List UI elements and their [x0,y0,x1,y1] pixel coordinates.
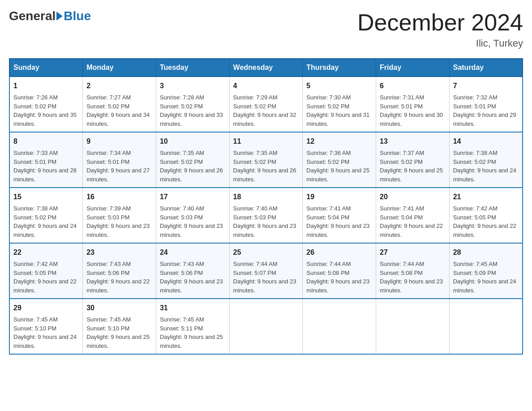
day-info: Sunrise: 7:43 AMSunset: 5:06 PMDaylight:… [160,260,226,295]
day-info: Sunrise: 7:45 AMSunset: 5:10 PMDaylight:… [13,315,79,350]
calendar-week-row: 29Sunrise: 7:45 AMSunset: 5:10 PMDayligh… [9,299,523,354]
day-number: 24 [160,247,226,258]
calendar-day-cell [303,299,376,354]
day-info: Sunrise: 7:38 AMSunset: 5:02 PMDaylight:… [453,149,519,184]
day-number: 17 [160,192,226,202]
calendar-day-cell [449,299,523,354]
weekday-header-saturday: Saturday [449,59,523,77]
day-number: 18 [233,192,299,202]
calendar-day-cell: 31Sunrise: 7:45 AMSunset: 5:11 PMDayligh… [156,299,229,354]
calendar-week-row: 1Sunrise: 7:26 AMSunset: 5:02 PMDaylight… [9,77,523,132]
calendar-day-cell: 24Sunrise: 7:43 AMSunset: 5:06 PMDayligh… [156,243,229,299]
calendar-day-cell: 25Sunrise: 7:44 AMSunset: 5:07 PMDayligh… [229,243,303,299]
day-number: 7 [453,81,519,91]
calendar-day-cell: 18Sunrise: 7:40 AMSunset: 5:03 PMDayligh… [229,188,303,243]
location-title: Ilic, Turkey [357,38,523,49]
day-number: 1 [13,81,79,91]
logo-general-text: General [9,9,56,23]
calendar-day-cell: 21Sunrise: 7:42 AMSunset: 5:05 PMDayligh… [449,188,523,243]
calendar-day-cell: 11Sunrise: 7:35 AMSunset: 5:02 PMDayligh… [229,132,303,188]
day-number: 30 [86,303,152,313]
day-info: Sunrise: 7:42 AMSunset: 5:05 PMDaylight:… [453,204,519,239]
calendar-day-cell: 30Sunrise: 7:45 AMSunset: 5:10 PMDayligh… [83,299,156,354]
calendar-day-cell: 28Sunrise: 7:45 AMSunset: 5:09 PMDayligh… [449,243,523,299]
day-info: Sunrise: 7:35 AMSunset: 5:02 PMDaylight:… [160,149,226,184]
day-info: Sunrise: 7:45 AMSunset: 5:09 PMDaylight:… [453,260,519,295]
calendar-day-cell: 17Sunrise: 7:40 AMSunset: 5:03 PMDayligh… [156,188,229,243]
day-info: Sunrise: 7:44 AMSunset: 5:08 PMDaylight:… [306,260,372,295]
day-number: 26 [306,247,372,258]
calendar-header-row: SundayMondayTuesdayWednesdayThursdayFrid… [9,59,523,77]
day-info: Sunrise: 7:26 AMSunset: 5:02 PMDaylight:… [13,93,79,128]
calendar-day-cell: 27Sunrise: 7:44 AMSunset: 5:08 PMDayligh… [376,243,450,299]
day-info: Sunrise: 7:29 AMSunset: 5:02 PMDaylight:… [233,93,299,128]
weekday-header-tuesday: Tuesday [156,59,229,77]
day-number: 10 [160,136,226,147]
day-info: Sunrise: 7:45 AMSunset: 5:10 PMDaylight:… [86,315,152,350]
calendar-day-cell: 29Sunrise: 7:45 AMSunset: 5:10 PMDayligh… [9,299,83,354]
calendar-table: SundayMondayTuesdayWednesdayThursdayFrid… [9,58,523,355]
calendar-day-cell: 12Sunrise: 7:36 AMSunset: 5:02 PMDayligh… [303,132,376,188]
calendar-day-cell [229,299,303,354]
day-number: 14 [453,136,519,147]
day-info: Sunrise: 7:27 AMSunset: 5:02 PMDaylight:… [86,93,152,128]
day-info: Sunrise: 7:45 AMSunset: 5:11 PMDaylight:… [160,315,226,350]
calendar-day-cell: 4Sunrise: 7:29 AMSunset: 5:02 PMDaylight… [229,77,303,132]
calendar-day-cell: 20Sunrise: 7:41 AMSunset: 5:04 PMDayligh… [376,188,450,243]
day-number: 9 [86,136,152,147]
day-info: Sunrise: 7:44 AMSunset: 5:08 PMDaylight:… [380,260,446,295]
day-number: 8 [13,136,79,147]
weekday-header-sunday: Sunday [9,59,83,77]
calendar-day-cell: 10Sunrise: 7:35 AMSunset: 5:02 PMDayligh… [156,132,229,188]
logo-blue-text: Blue [64,9,91,23]
calendar-day-cell [376,299,450,354]
day-number: 21 [453,192,519,202]
day-info: Sunrise: 7:40 AMSunset: 5:03 PMDaylight:… [233,204,299,239]
day-number: 2 [86,81,152,91]
page-header: General Blue December 2024 Ilic, Turkey [9,9,523,49]
day-number: 15 [13,192,79,202]
calendar-day-cell: 2Sunrise: 7:27 AMSunset: 5:02 PMDaylight… [83,77,156,132]
day-number: 3 [160,81,226,91]
calendar-day-cell: 3Sunrise: 7:28 AMSunset: 5:02 PMDaylight… [156,77,229,132]
day-number: 28 [453,247,519,258]
day-info: Sunrise: 7:31 AMSunset: 5:01 PMDaylight:… [380,93,446,128]
day-info: Sunrise: 7:30 AMSunset: 5:02 PMDaylight:… [306,93,372,128]
day-info: Sunrise: 7:37 AMSunset: 5:02 PMDaylight:… [380,149,446,184]
day-info: Sunrise: 7:39 AMSunset: 5:03 PMDaylight:… [86,204,152,239]
calendar-day-cell: 8Sunrise: 7:33 AMSunset: 5:01 PMDaylight… [9,132,83,188]
calendar-day-cell: 6Sunrise: 7:31 AMSunset: 5:01 PMDaylight… [376,77,450,132]
title-section: December 2024 Ilic, Turkey [357,9,523,49]
day-number: 22 [13,247,79,258]
calendar-week-row: 8Sunrise: 7:33 AMSunset: 5:01 PMDaylight… [9,132,523,188]
day-number: 5 [306,81,372,91]
day-info: Sunrise: 7:38 AMSunset: 5:02 PMDaylight:… [13,204,79,239]
day-info: Sunrise: 7:41 AMSunset: 5:04 PMDaylight:… [306,204,372,239]
calendar-day-cell: 16Sunrise: 7:39 AMSunset: 5:03 PMDayligh… [83,188,156,243]
day-info: Sunrise: 7:34 AMSunset: 5:01 PMDaylight:… [86,149,152,184]
day-info: Sunrise: 7:36 AMSunset: 5:02 PMDaylight:… [306,149,372,184]
day-info: Sunrise: 7:41 AMSunset: 5:04 PMDaylight:… [380,204,446,239]
weekday-header-thursday: Thursday [303,59,376,77]
weekday-header-monday: Monday [83,59,156,77]
calendar-day-cell: 15Sunrise: 7:38 AMSunset: 5:02 PMDayligh… [9,188,83,243]
weekday-header-friday: Friday [376,59,450,77]
day-number: 16 [86,192,152,202]
calendar-day-cell: 7Sunrise: 7:32 AMSunset: 5:01 PMDaylight… [449,77,523,132]
day-info: Sunrise: 7:44 AMSunset: 5:07 PMDaylight:… [233,260,299,295]
logo-arrow-icon [56,12,63,21]
calendar-day-cell: 14Sunrise: 7:38 AMSunset: 5:02 PMDayligh… [449,132,523,188]
calendar-week-row: 22Sunrise: 7:42 AMSunset: 5:05 PMDayligh… [9,243,523,299]
calendar-day-cell: 5Sunrise: 7:30 AMSunset: 5:02 PMDaylight… [303,77,376,132]
day-number: 23 [86,247,152,258]
calendar-day-cell: 19Sunrise: 7:41 AMSunset: 5:04 PMDayligh… [303,188,376,243]
weekday-header-wednesday: Wednesday [229,59,303,77]
day-info: Sunrise: 7:33 AMSunset: 5:01 PMDaylight:… [13,149,79,184]
day-info: Sunrise: 7:35 AMSunset: 5:02 PMDaylight:… [233,149,299,184]
day-info: Sunrise: 7:40 AMSunset: 5:03 PMDaylight:… [160,204,226,239]
calendar-day-cell: 9Sunrise: 7:34 AMSunset: 5:01 PMDaylight… [83,132,156,188]
day-number: 25 [233,247,299,258]
calendar-day-cell: 22Sunrise: 7:42 AMSunset: 5:05 PMDayligh… [9,243,83,299]
day-number: 20 [380,192,446,202]
day-info: Sunrise: 7:42 AMSunset: 5:05 PMDaylight:… [13,260,79,295]
